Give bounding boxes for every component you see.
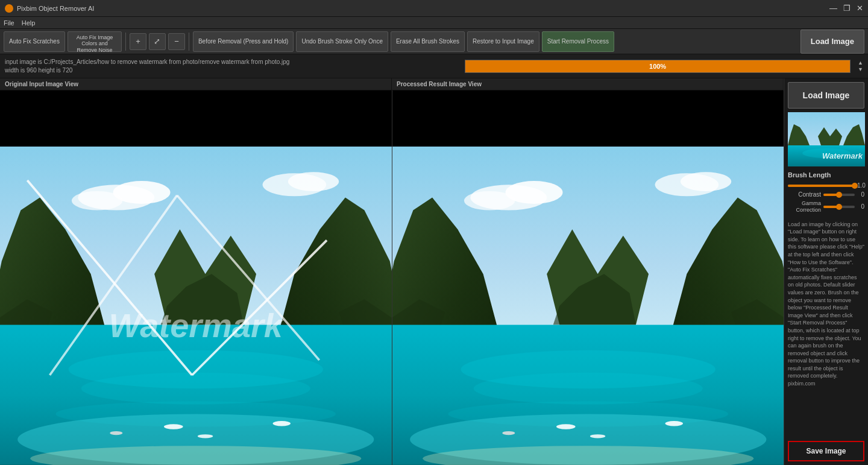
svg-point-18 [198, 434, 213, 438]
svg-point-44 [590, 434, 605, 438]
brush-length-value: 1.0 [857, 182, 864, 189]
before-removal-button[interactable]: Before Removal (Press and Hold) [193, 31, 294, 52]
path-line2: width is 960 height is 720 [5, 66, 460, 75]
auto-fix-scratches-button[interactable]: Auto Fix Scratches [4, 31, 65, 52]
scroll-down-icon[interactable]: ▼ [858, 66, 863, 73]
svg-point-17 [164, 424, 183, 429]
save-image-button[interactable]: Save Image [788, 441, 864, 461]
svg-point-45 [502, 431, 515, 435]
erase-all-button[interactable]: Erase All Brush Strokes [391, 31, 465, 52]
svg-point-43 [556, 424, 575, 429]
app-title: Pixbim Object Remover AI [17, 5, 94, 12]
brush-length-thumb[interactable] [852, 183, 858, 189]
gamma-value: 0 [857, 203, 864, 210]
left-panel-header: Original Input Image View [0, 78, 392, 90]
gamma-label: GammaCorrection [788, 200, 821, 214]
svg-point-40 [473, 373, 702, 405]
progress-container: 100% [465, 60, 851, 73]
minimize-button[interactable]: — [829, 4, 837, 12]
left-beach-image [0, 147, 392, 465]
restore-button[interactable]: Restore to Input Image [467, 31, 539, 52]
svg-point-19 [110, 431, 122, 435]
thumbnail-container: Watermark [788, 112, 865, 166]
auto-fix-colors-button[interactable]: Auto Fix Image Colors and Remove Noise [68, 31, 122, 52]
contrast-thumb[interactable] [836, 192, 842, 198]
save-btn-container: Save Image [788, 441, 864, 461]
load-image-toolbar-button[interactable]: Load Image [800, 30, 864, 54]
scroll-arrows[interactable]: ▲ ▼ [858, 60, 863, 73]
gamma-slider-row: GammaCorrection 0 [788, 200, 864, 214]
svg-point-5 [288, 172, 339, 191]
brush-length-track [788, 185, 855, 187]
menu-file[interactable]: File [4, 19, 14, 27]
load-image-panel-button[interactable]: Load Image [788, 82, 864, 109]
right-panel: Load Image [784, 78, 868, 465]
close-button[interactable]: ✕ [857, 4, 863, 12]
right-image-view[interactable] [392, 90, 784, 465]
scroll-up-icon[interactable]: ▲ [858, 60, 863, 66]
contrast-slider-row: Contrast 0 [788, 191, 864, 198]
help-text: Load an image by clicking on "Load Image… [788, 221, 864, 437]
svg-point-3 [72, 191, 122, 210]
progress-text: 100% [649, 63, 666, 70]
fit-button[interactable]: ⤢ [149, 33, 166, 50]
main-area: Original Input Image View Processed Resu… [0, 78, 868, 465]
info-bar: input image is C:/Projects_Articles/how … [0, 54, 868, 78]
brush-length-fill [788, 185, 855, 187]
image-panel: Original Input Image View Processed Resu… [0, 78, 784, 465]
thumbnail-watermark-text: Watermark [822, 151, 863, 160]
info-text: input image is C:/Projects_Articles/how … [5, 58, 460, 75]
svg-point-14 [81, 373, 310, 405]
undo-brush-button[interactable]: Undo Brush Stroke Only Once [296, 31, 388, 52]
start-removal-button[interactable]: Start Removal Process [542, 31, 614, 52]
right-beach-image [392, 147, 784, 465]
contrast-track [823, 194, 855, 196]
app-icon [5, 4, 13, 13]
right-panel-header: Processed Result Image View [392, 78, 784, 90]
left-image-view[interactable]: Watermark [0, 90, 392, 465]
maximize-button[interactable]: ❐ [843, 4, 851, 12]
contrast-label: Contrast [788, 191, 821, 198]
title-bar: Pixbim Object Remover AI — ❐ ✕ [0, 0, 868, 17]
images-container: Watermark [0, 90, 784, 465]
svg-point-46 [665, 421, 683, 426]
window-controls: — ❐ ✕ [829, 4, 863, 12]
brush-length-title: Brush Length [788, 171, 864, 179]
gamma-track [823, 206, 855, 208]
menu-bar: File Help [0, 17, 868, 29]
svg-point-31 [680, 172, 731, 191]
zoom-in-button[interactable]: + [130, 33, 146, 50]
contrast-value: 0 [857, 191, 864, 198]
svg-point-20 [272, 421, 291, 426]
image-panel-headers: Original Input Image View Processed Resu… [0, 78, 784, 90]
separator-2 [189, 33, 189, 51]
zoom-out-button[interactable]: − [168, 33, 185, 50]
brush-length-slider-row: 1.0 [788, 182, 864, 189]
separator-1 [125, 33, 126, 51]
menu-help[interactable]: Help [22, 19, 36, 27]
toolbar: Auto Fix Scratches Auto Fix Image Colors… [0, 29, 868, 54]
path-line1: input image is C:/Projects_Articles/how … [5, 58, 460, 66]
brush-length-section: Brush Length 1.0 Contrast 0 GammaCorr [788, 171, 864, 216]
gamma-thumb[interactable] [836, 204, 842, 210]
svg-point-29 [464, 191, 514, 210]
